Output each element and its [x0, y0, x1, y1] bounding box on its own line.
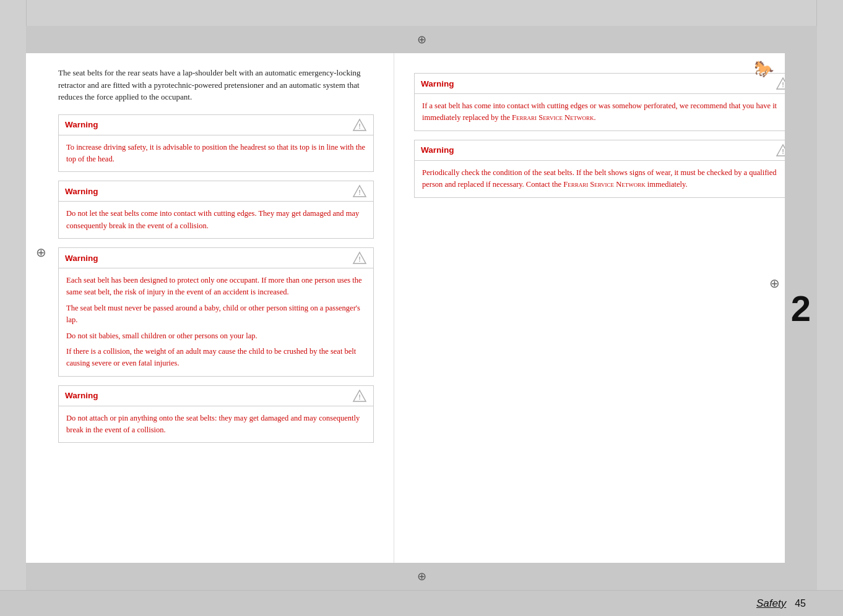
- warning-header-3: Warning !: [59, 248, 373, 268]
- warning-box-1: Warning ! To increase driving safety, it…: [58, 114, 374, 173]
- chapter-sidebar: 2: [785, 53, 817, 563]
- warning-triangle-icon-1: !: [352, 118, 367, 132]
- bottom-crosshair-icon: ⊕: [417, 570, 426, 583]
- warning-label-4: Warning: [65, 391, 98, 400]
- left-column: ⊕ The seat belts for the rear seats have…: [26, 53, 394, 563]
- svg-text:!: !: [782, 81, 784, 88]
- warning-body-5-text: If a seat belt has come into contact wit…: [422, 100, 789, 124]
- warning-label-5: Warning: [421, 79, 454, 88]
- warning-body-5: If a seat belt has come into contact wit…: [415, 94, 797, 130]
- warning-body-3-p2: The seat belt must never be passed aroun…: [66, 302, 366, 327]
- warning-body-6: Periodically check the condition of the …: [415, 161, 797, 197]
- warning-body-4: Do not attach or pin anything onto the s…: [59, 406, 373, 443]
- svg-text:!: !: [358, 189, 361, 196]
- warning-body-1: To increase driving safety, it is advisa…: [59, 135, 373, 172]
- warning-box-5: Warning ! If a seat belt has come into c…: [414, 73, 797, 131]
- warning-triangle-icon-2: !: [352, 184, 367, 198]
- svg-text:!: !: [358, 122, 361, 130]
- warning-body-3-p3: Do not sit babies, small children or oth…: [66, 330, 366, 342]
- chapter-number: 2: [791, 288, 811, 329]
- warning-body-3-p1: Each seat belt has been designed to prot…: [66, 275, 366, 299]
- top-crosshair-icon: ⊕: [417, 33, 426, 46]
- intro-paragraph: The seat belts for the rear seats have a…: [58, 67, 374, 103]
- svg-text:!: !: [782, 148, 784, 155]
- warning-header-2: Warning !: [59, 181, 373, 202]
- warning-box-4: Warning ! Do not attach or pin anything …: [58, 385, 374, 443]
- svg-text:!: !: [358, 393, 361, 401]
- warning-header-1: Warning !: [59, 115, 373, 135]
- top-bar: ⊕: [26, 26, 817, 53]
- footer-section-label: Safety: [756, 597, 786, 610]
- footer-page-number: 45: [795, 598, 806, 609]
- warning-body-6-text: Periodically check the condition of the …: [422, 167, 789, 191]
- warning-triangle-icon-4: !: [352, 389, 367, 403]
- warning-body-3: Each seat belt has been designed to prot…: [59, 268, 373, 376]
- svg-text:!: !: [358, 255, 361, 263]
- warning-body-3-p4: If there is a collision, the weight of a…: [66, 346, 366, 370]
- warning-triangle-icon-3: !: [352, 251, 367, 265]
- bottom-bar: ⊕: [26, 563, 817, 590]
- page-background: ⊕ ⊕ The seat belts for the rear seats ha…: [0, 0, 843, 616]
- warning-label-1: Warning: [65, 120, 98, 129]
- page-content: ⊕ The seat belts for the rear seats have…: [26, 53, 817, 563]
- ferrari-logo-icon: 🐎: [754, 59, 774, 79]
- warning-label-3: Warning: [65, 254, 98, 263]
- right-column: 🐎 ⊕ Warning ! If: [394, 53, 817, 563]
- warning-box-6: Warning ! Periodically check the conditi…: [414, 140, 797, 198]
- warning-label-2: Warning: [65, 187, 98, 196]
- warning-box-2: Warning ! Do not let the seat belts come…: [58, 181, 374, 239]
- warning-box-3: Warning ! Each seat belt has been design…: [58, 247, 374, 377]
- white-page: ⊕ ⊕ The seat belts for the rear seats ha…: [26, 26, 817, 590]
- left-crosshair-icon: ⊕: [36, 245, 46, 260]
- right-crosshair-icon: ⊕: [769, 276, 780, 291]
- warning-header-4: Warning !: [59, 386, 373, 406]
- warning-label-6: Warning: [421, 145, 454, 155]
- footer-bar: Safety 45: [0, 590, 843, 616]
- warning-body-2: Do not let the seat belts come into cont…: [59, 202, 373, 238]
- warning-header-6: Warning !: [415, 140, 797, 161]
- warning-header-5: Warning !: [415, 74, 797, 94]
